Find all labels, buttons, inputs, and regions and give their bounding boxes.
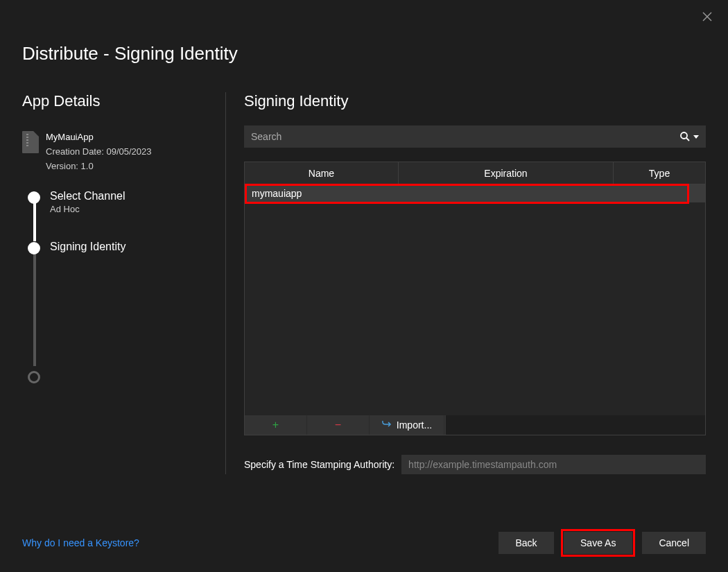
wizard-timeline: Select Channel Ad Hoc Signing Identity <box>28 190 211 383</box>
step-dot-current-icon <box>28 242 40 254</box>
identity-table: Name Expiration Type mymauiapp + − <box>244 162 706 435</box>
back-button[interactable]: Back <box>499 532 554 554</box>
dialog-footer: Why do I need a Keystore? Back Save As C… <box>22 532 706 554</box>
app-name: MyMauiApp <box>46 130 152 144</box>
step-select-channel[interactable]: Select Channel Ad Hoc <box>28 190 211 214</box>
app-details-heading: App Details <box>22 92 211 110</box>
search-bar <box>244 125 706 148</box>
import-identity-button[interactable]: Import... <box>370 415 444 435</box>
cancel-button[interactable]: Cancel <box>642 532 706 554</box>
close-button[interactable] <box>700 10 714 24</box>
timestamp-row: Specify a Time Stamping Authority: <box>244 455 706 474</box>
timestamp-label: Specify a Time Stamping Authority: <box>244 459 395 470</box>
cell-name: mymauiapp <box>245 188 399 199</box>
chevron-down-icon <box>693 135 699 139</box>
add-identity-button[interactable]: + <box>245 415 307 435</box>
plus-icon: + <box>272 419 279 431</box>
sidebar: App Details MyMauiApp Creation Date: 09/… <box>22 92 226 474</box>
archive-icon <box>22 131 39 153</box>
remove-identity-button[interactable]: − <box>307 415 370 435</box>
column-header-expiration[interactable]: Expiration <box>399 162 614 184</box>
panel-heading: Signing Identity <box>244 92 706 110</box>
app-version: Version: 1.0 <box>46 159 152 173</box>
minus-icon: − <box>335 419 341 431</box>
dialog-title: Distribute - Signing Identity <box>0 0 728 64</box>
table-row[interactable]: mymauiapp <box>245 184 705 202</box>
timestamp-input[interactable] <box>401 455 706 474</box>
search-dropdown-button[interactable] <box>679 131 699 142</box>
app-creation-date: Creation Date: 09/05/2023 <box>46 144 152 159</box>
column-header-name[interactable]: Name <box>245 162 399 184</box>
step-dot-empty-icon <box>28 371 40 383</box>
save-as-button[interactable]: Save As <box>564 532 632 554</box>
table-toolbar: + − Import... <box>245 415 446 435</box>
step-sublabel: Ad Hoc <box>50 204 125 214</box>
app-block: MyMauiApp Creation Date: 09/05/2023 Vers… <box>22 130 211 173</box>
keystore-help-link[interactable]: Why do I need a Keystore? <box>22 537 139 548</box>
search-input[interactable] <box>251 131 679 142</box>
svg-line-3 <box>686 138 689 141</box>
step-empty <box>28 371 211 383</box>
column-header-type[interactable]: Type <box>614 162 705 184</box>
table-body: mymauiapp <box>245 184 705 415</box>
close-icon <box>702 12 712 21</box>
main-panel: Signing Identity Name Expiration Type my… <box>226 92 706 474</box>
step-label: Select Channel <box>50 190 125 202</box>
svg-point-2 <box>681 132 687 139</box>
step-signing-identity[interactable]: Signing Identity <box>28 241 211 254</box>
import-label: Import... <box>397 419 432 431</box>
search-icon <box>679 131 691 142</box>
import-arrow-icon <box>381 419 392 431</box>
step-dot-filled-icon <box>28 191 40 204</box>
step-label: Signing Identity <box>50 241 125 253</box>
